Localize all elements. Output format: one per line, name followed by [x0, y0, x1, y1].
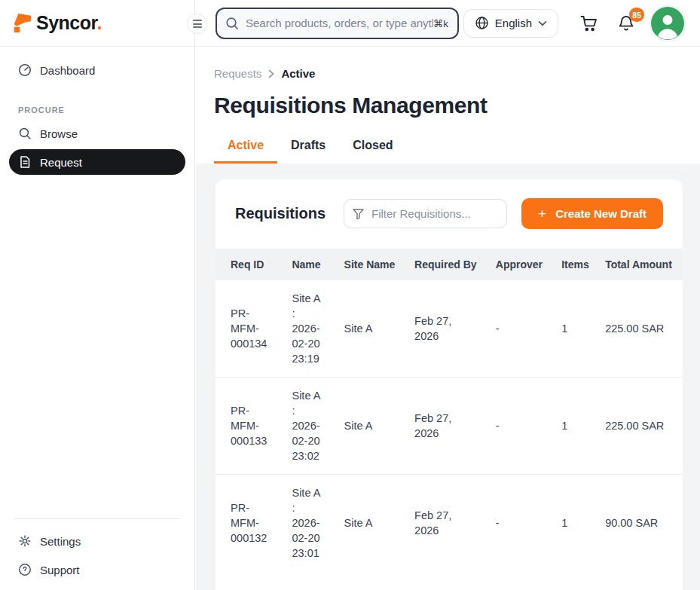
- sidebar-item-label: Request: [40, 156, 82, 169]
- sidebar-item-label: Support: [40, 564, 80, 576]
- column-site-name[interactable]: Site Name: [337, 249, 408, 280]
- cell-total-amount: 90.00 SAR: [598, 475, 683, 572]
- sidebar: Syncor. Dashboard PROCURE Browse: [0, 0, 195, 590]
- panel-title: Requisitions: [235, 205, 326, 222]
- header-actions: English 85: [463, 6, 700, 41]
- search-input[interactable]: [246, 17, 433, 29]
- language-selector[interactable]: English: [463, 9, 558, 38]
- cell-site-name: Site A: [337, 378, 408, 475]
- content-area: Requisitions + Create New Draft: [196, 164, 700, 590]
- sidebar-item-browse[interactable]: Browse: [9, 121, 185, 146]
- column-approver[interactable]: Approver: [488, 249, 554, 280]
- tab-drafts[interactable]: Drafts: [277, 139, 339, 164]
- cell-site-name: Site A: [337, 280, 408, 378]
- filter-input[interactable]: [371, 207, 499, 220]
- column-name[interactable]: Name: [284, 249, 336, 280]
- create-button-label: Create New Draft: [555, 207, 647, 220]
- brand-dot: .: [96, 12, 101, 33]
- sidebar-section-procure: PROCURE: [18, 105, 176, 115]
- cell-required-by: Feb 27, 2026: [407, 475, 488, 572]
- column-req-id[interactable]: Req ID: [216, 249, 284, 280]
- page-title: Requisitions Management: [214, 93, 700, 118]
- sidebar-item-dashboard[interactable]: Dashboard: [9, 57, 185, 83]
- cell-required-by: Feb 27, 2026: [407, 378, 488, 475]
- sidebar-item-settings[interactable]: Settings: [9, 528, 185, 554]
- tab-bar: Active Drafts Closed: [196, 139, 700, 164]
- brand-logo[interactable]: Syncor.: [0, 0, 194, 47]
- notification-badge: 85: [629, 8, 644, 22]
- create-new-draft-button[interactable]: + Create New Draft: [521, 198, 663, 229]
- filter-funnel-icon: [352, 207, 365, 220]
- cell-approver: -: [488, 475, 554, 572]
- notifications-button[interactable]: 85: [617, 14, 635, 32]
- sidebar-item-label: Settings: [40, 535, 81, 548]
- requisitions-panel: Requisitions + Create New Draft: [216, 179, 683, 590]
- hamburger-icon: [193, 20, 202, 21]
- search-icon: [18, 127, 32, 140]
- avatar-icon: [650, 6, 685, 41]
- cart-button[interactable]: [579, 14, 599, 33]
- cell-total-amount: 225.00 SAR: [598, 280, 683, 378]
- plus-icon: +: [538, 206, 546, 221]
- cell-req-id: PR-MFM-000133: [216, 378, 284, 475]
- sidebar-item-label: Browse: [40, 127, 78, 140]
- table-row[interactable]: PR-MFM-000134 Site A : 2026-02-20 23:19 …: [216, 280, 683, 378]
- cell-req-id: PR-MFM-000134: [216, 280, 284, 378]
- user-avatar[interactable]: [650, 6, 685, 41]
- chevron-right-icon: [268, 69, 274, 78]
- top-header: ⌘k English: [196, 0, 700, 47]
- syncor-logo-icon: [12, 12, 32, 35]
- search-icon: [225, 16, 240, 31]
- globe-icon: [475, 16, 489, 30]
- keyboard-shortcut: ⌘k: [433, 17, 448, 29]
- cart-icon: [579, 14, 599, 33]
- gauge-icon: [18, 63, 32, 77]
- sidebar-item-label: Dashboard: [40, 64, 95, 77]
- cell-req-id: PR-MFM-000132: [216, 475, 284, 572]
- cell-items: 1: [554, 280, 598, 378]
- sidebar-nav: Dashboard PROCURE Browse Request: [0, 47, 194, 175]
- column-total-amount[interactable]: Total Amount: [598, 249, 683, 280]
- cell-required-by: Feb 27, 2026: [407, 280, 488, 378]
- column-items[interactable]: Items: [554, 249, 598, 280]
- table-row[interactable]: PR-MFM-000133 Site A : 2026-02-20 23:02 …: [216, 378, 683, 475]
- filter-requisitions[interactable]: [344, 199, 507, 228]
- sidebar-footer: Settings Support: [0, 509, 194, 590]
- cell-site-name: Site A: [337, 475, 408, 572]
- cell-items: 1: [554, 475, 598, 572]
- main-content: Requests Active Requisitions Management …: [196, 47, 700, 590]
- tab-active[interactable]: Active: [214, 139, 277, 164]
- sidebar-item-support[interactable]: Support: [9, 557, 185, 582]
- requisitions-table: Req ID Name Site Name Required By Approv…: [216, 249, 683, 571]
- breadcrumb-requests[interactable]: Requests: [214, 67, 261, 80]
- cell-approver: -: [488, 378, 554, 475]
- sidebar-toggle-button[interactable]: [187, 14, 207, 34]
- column-required-by[interactable]: Required By: [407, 249, 488, 280]
- chevron-down-icon: [538, 20, 547, 26]
- help-circle-icon: [18, 563, 32, 576]
- sidebar-item-request[interactable]: Request: [9, 149, 185, 175]
- table-row[interactable]: PR-MFM-000132 Site A : 2026-02-20 23:01 …: [216, 475, 683, 572]
- tab-closed[interactable]: Closed: [339, 139, 406, 164]
- cell-approver: -: [488, 280, 554, 378]
- brand-name: Syncor.: [36, 12, 102, 34]
- language-label: English: [495, 17, 532, 29]
- cell-name: Site A : 2026-02-20 23:19: [284, 280, 336, 378]
- cell-name: Site A : 2026-02-20 23:01: [284, 475, 336, 572]
- panel-header: Requisitions + Create New Draft: [216, 198, 683, 229]
- breadcrumb: Requests Active: [196, 47, 700, 80]
- document-icon: [18, 155, 32, 169]
- requisitions-table-body: PR-MFM-000134 Site A : 2026-02-20 23:19 …: [216, 280, 683, 571]
- global-search[interactable]: ⌘k: [216, 8, 459, 39]
- breadcrumb-active: Active: [281, 67, 315, 80]
- cell-items: 1: [554, 378, 598, 475]
- app-window: Syncor. Dashboard PROCURE Browse: [0, 0, 700, 590]
- cell-total-amount: 225.00 SAR: [598, 378, 683, 475]
- gear-icon: [18, 534, 32, 548]
- table-header: Req ID Name Site Name Required By Approv…: [216, 249, 683, 280]
- cell-name: Site A : 2026-02-20 23:02: [284, 378, 336, 475]
